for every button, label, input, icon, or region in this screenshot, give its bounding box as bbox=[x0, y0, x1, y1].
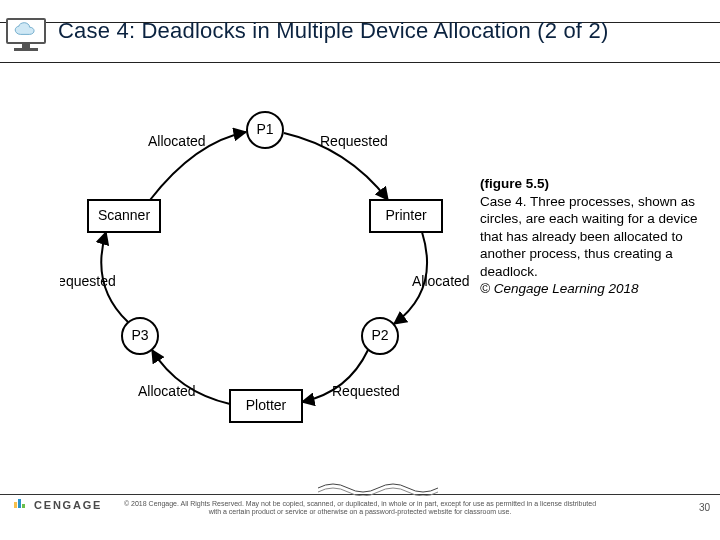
figure-caption: (figure 5.5) Case 4. Three processes, sh… bbox=[480, 175, 710, 298]
edge-p3-scanner-label: Requested bbox=[60, 273, 116, 289]
edge-scanner-p1-label: Allocated bbox=[148, 133, 206, 149]
figure-ref: (figure 5.5) bbox=[480, 175, 710, 193]
cloud-monitor-icon bbox=[6, 18, 46, 52]
slide-title: Case 4: Deadlocks in Multiple Device All… bbox=[58, 18, 608, 44]
edge-plotter-p3-label: Allocated bbox=[138, 383, 196, 399]
caption-body: Case 4. Three processes, shown as circle… bbox=[480, 194, 698, 279]
header-rule-bottom bbox=[0, 62, 720, 63]
node-p1-label: P1 bbox=[256, 121, 273, 137]
page-tear-icon bbox=[318, 476, 438, 496]
slide-header: Case 4: Deadlocks in Multiple Device All… bbox=[0, 0, 720, 62]
caption-copyright: © Cengage Learning 2018 bbox=[480, 281, 639, 296]
node-scanner-label: Scanner bbox=[98, 207, 150, 223]
deadlock-diagram: P1 Printer P2 Plotter P3 Scanner Allocat… bbox=[60, 100, 470, 440]
page-number: 30 bbox=[699, 502, 710, 513]
edge-printer-p2-label: Allocated bbox=[412, 273, 470, 289]
edge-p1-printer-label: Requested bbox=[320, 133, 388, 149]
edge-p2-plotter-label: Requested bbox=[332, 383, 400, 399]
footer-copyright: © 2018 Cengage. All Rights Reserved. May… bbox=[0, 500, 720, 517]
node-p2-label: P2 bbox=[371, 327, 388, 343]
node-printer-label: Printer bbox=[385, 207, 427, 223]
node-p3-label: P3 bbox=[131, 327, 148, 343]
node-plotter-label: Plotter bbox=[246, 397, 287, 413]
